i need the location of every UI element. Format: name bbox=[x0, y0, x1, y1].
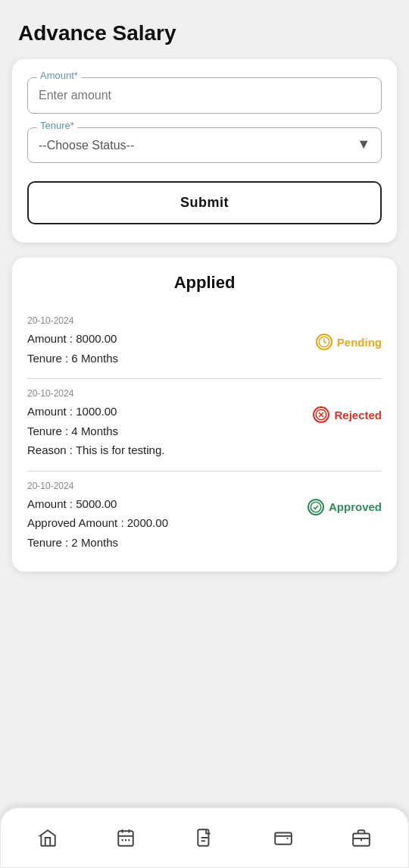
home-icon bbox=[37, 827, 58, 848]
application-item: 20-10-2024 Amount : 1000.00 Tenure : 4 M… bbox=[27, 379, 382, 472]
app-details: Amount : 1000.00 Tenure : 4 Months Reaso… bbox=[27, 402, 164, 460]
svg-rect-9 bbox=[122, 839, 123, 841]
app-date: 20-10-2024 bbox=[27, 388, 382, 399]
app-reason: Reason : This is for testing. bbox=[27, 440, 164, 460]
x-circle-icon bbox=[313, 406, 329, 423]
wallet-icon bbox=[273, 827, 294, 848]
app-row: Amount : 1000.00 Tenure : 4 Months Reaso… bbox=[27, 402, 382, 460]
app-date: 20-10-2024 bbox=[27, 315, 382, 326]
amount-field-group: Amount* bbox=[27, 77, 382, 114]
svg-point-4 bbox=[311, 502, 321, 512]
status-badge-approved: Approved bbox=[308, 499, 382, 515]
tenure-select[interactable]: --Choose Status-- 1 Month 2 Months 3 Mon… bbox=[39, 136, 370, 153]
nav-item-wallet[interactable] bbox=[261, 821, 306, 854]
app-tenure: Tenure : 2 Months bbox=[27, 533, 168, 553]
app-details: Amount : 5000.00 Approved Amount : 2000.… bbox=[27, 494, 168, 553]
app-approved-amount: Approved Amount : 2000.00 bbox=[27, 513, 168, 533]
tenure-label: Tenure* bbox=[37, 120, 77, 131]
page-title: Advance Salary bbox=[0, 0, 409, 59]
check-circle-icon bbox=[308, 499, 324, 515]
svg-rect-5 bbox=[119, 831, 134, 846]
svg-rect-10 bbox=[125, 839, 126, 841]
clock-icon bbox=[316, 334, 333, 350]
app-tenure: Tenure : 6 Months bbox=[27, 349, 118, 368]
svg-rect-15 bbox=[275, 833, 292, 844]
app-amount: Amount : 8000.00 bbox=[27, 329, 118, 349]
application-item: 20-10-2024 Amount : 8000.00 Tenure : 6 M… bbox=[27, 306, 382, 379]
nav-item-document[interactable] bbox=[182, 821, 227, 854]
svg-rect-11 bbox=[129, 839, 130, 841]
nav-item-briefcase[interactable] bbox=[339, 821, 384, 854]
tenure-select-wrapper: --Choose Status-- 1 Month 2 Months 3 Mon… bbox=[39, 136, 370, 153]
app-details: Amount : 8000.00 Tenure : 6 Months bbox=[27, 329, 118, 368]
amount-label: Amount* bbox=[37, 70, 81, 81]
calendar-icon bbox=[115, 827, 136, 848]
form-card: Amount* Tenure* --Choose Status-- 1 Mont… bbox=[12, 59, 397, 243]
applied-card: Applied 20-10-2024 Amount : 8000.00 Tenu… bbox=[12, 258, 397, 572]
briefcase-icon bbox=[351, 827, 372, 848]
applied-title: Applied bbox=[27, 273, 382, 293]
nav-item-calendar[interactable] bbox=[103, 821, 148, 854]
app-date: 20-10-2024 bbox=[27, 481, 382, 491]
bottom-nav bbox=[0, 807, 409, 868]
document-icon bbox=[194, 827, 215, 848]
app-amount: Amount : 1000.00 bbox=[27, 402, 164, 421]
submit-button[interactable]: Submit bbox=[27, 181, 382, 224]
application-item: 20-10-2024 Amount : 5000.00 Approved Amo… bbox=[27, 472, 382, 563]
tenure-field-group: Tenure* --Choose Status-- 1 Month 2 Mont… bbox=[27, 127, 382, 163]
status-badge-rejected: Rejected bbox=[313, 406, 382, 423]
amount-input[interactable] bbox=[39, 86, 370, 104]
app-amount: Amount : 5000.00 bbox=[27, 494, 168, 514]
app-tenure: Tenure : 4 Months bbox=[27, 421, 164, 441]
nav-item-home[interactable] bbox=[25, 821, 70, 854]
app-row: Amount : 5000.00 Approved Amount : 2000.… bbox=[27, 494, 382, 553]
status-badge-pending: Pending bbox=[316, 334, 382, 350]
app-row: Amount : 8000.00 Tenure : 6 Months Pendi… bbox=[27, 329, 382, 368]
